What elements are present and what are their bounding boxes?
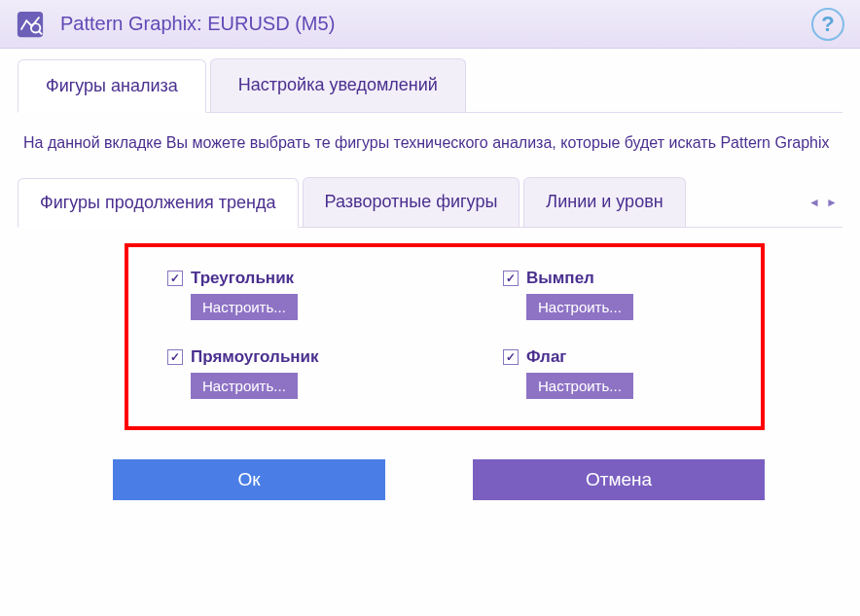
tab-analysis-figures[interactable]: Фигуры анализа bbox=[18, 59, 206, 113]
sub-tab-strip: Фигуры продолжения тренда Разворотные фи… bbox=[18, 177, 842, 228]
pattern-label-rectangle: Прямоугольник bbox=[191, 347, 319, 367]
pattern-item-pennant: ✓ Вымпел Настроить... bbox=[503, 269, 722, 320]
pattern-label-flag: Флаг bbox=[526, 347, 566, 367]
pattern-label-pennant: Вымпел bbox=[526, 269, 594, 288]
pattern-item-rectangle: ✓ Прямоугольник Настроить... bbox=[167, 347, 386, 399]
configure-button-triangle[interactable]: Настроить... bbox=[191, 294, 298, 320]
subtab-lines-levels[interactable]: Линии и уровн bbox=[523, 177, 685, 227]
tab-scroll-left-icon[interactable]: ◄ bbox=[807, 188, 821, 217]
app-logo-icon bbox=[16, 10, 45, 39]
configure-button-rectangle[interactable]: Настроить... bbox=[191, 373, 298, 399]
window-title: Pattern Graphix: EURUSD (M5) bbox=[60, 13, 335, 35]
checkbox-flag[interactable]: ✓ bbox=[503, 349, 519, 365]
tab-description-text: На данной вкладке Вы можете выбрать те ф… bbox=[18, 113, 842, 177]
title-bar: Pattern Graphix: EURUSD (M5) ? bbox=[0, 0, 860, 49]
cancel-button[interactable]: Отмена bbox=[473, 459, 765, 500]
checkbox-pennant[interactable]: ✓ bbox=[503, 271, 519, 286]
ok-button[interactable]: Ок bbox=[113, 459, 385, 500]
main-content: Фигуры анализа Настройка уведомлений На … bbox=[0, 49, 860, 500]
primary-tab-strip: Фигуры анализа Настройка уведомлений bbox=[18, 58, 842, 113]
pattern-item-triangle: ✓ Треугольник Настроить... bbox=[167, 269, 386, 320]
dialog-footer-buttons: Ок Отмена bbox=[18, 448, 842, 500]
help-icon[interactable]: ? bbox=[811, 8, 844, 41]
checkbox-triangle[interactable]: ✓ bbox=[167, 271, 183, 286]
highlighted-pattern-region: ✓ Треугольник Настроить... ✓ Вымпел Наст… bbox=[125, 243, 765, 430]
pattern-item-flag: ✓ Флаг Настроить... bbox=[503, 347, 722, 399]
tab-notification-settings[interactable]: Настройка уведомлений bbox=[210, 58, 466, 112]
configure-button-flag[interactable]: Настроить... bbox=[526, 373, 633, 399]
tab-scroll-controls: ◄ ► bbox=[807, 177, 842, 227]
checkbox-rectangle[interactable]: ✓ bbox=[167, 349, 183, 365]
tab-scroll-right-icon[interactable]: ► bbox=[825, 188, 839, 217]
configure-button-pennant[interactable]: Настроить... bbox=[526, 294, 633, 320]
pattern-label-triangle: Треугольник bbox=[191, 269, 294, 288]
subtab-continuation-figures[interactable]: Фигуры продолжения тренда bbox=[18, 178, 299, 228]
subtab-reversal-figures[interactable]: Разворотные фигуры bbox=[303, 177, 520, 227]
